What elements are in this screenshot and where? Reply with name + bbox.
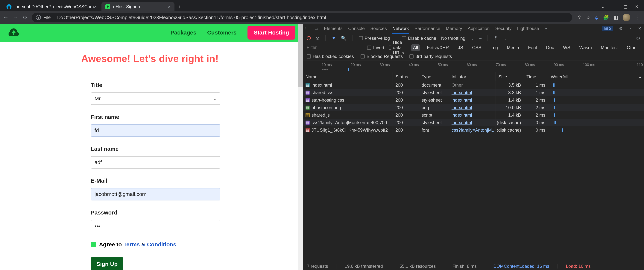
- close-icon[interactable]: ✕: [168, 5, 171, 9]
- filter-pill-manifest[interactable]: Manifest: [598, 44, 620, 51]
- col-initiator[interactable]: Initiator: [449, 72, 496, 81]
- menu-icon[interactable]: ⋮: [628, 26, 632, 31]
- search-icon[interactable]: 🔍: [341, 36, 346, 41]
- cell-initiator[interactable]: index.html: [449, 104, 496, 111]
- devtools-tab-lighthouse[interactable]: Lighthouse: [517, 26, 539, 31]
- gear-icon[interactable]: ⚙: [619, 26, 623, 31]
- cell-initiator[interactable]: index.html: [449, 119, 496, 126]
- blocked-requests-checkbox[interactable]: Blocked Requests: [360, 54, 403, 59]
- network-row[interactable]: ▤css?family=Anton|Montserrat:400,700200s…: [303, 119, 644, 126]
- network-row[interactable]: ▤shared.js200scriptindex.html1.4 kB2 ms: [303, 111, 644, 119]
- col-status[interactable]: Status: [393, 72, 419, 81]
- close-devtools-icon[interactable]: ✕: [638, 26, 642, 31]
- cell-initiator[interactable]: index.html: [449, 111, 496, 119]
- devtools-tab-memory[interactable]: Memory: [446, 26, 462, 31]
- col-name[interactable]: Name: [303, 72, 393, 81]
- col-size[interactable]: Size: [496, 72, 524, 81]
- input-email[interactable]: jacobmott@gmail.com: [91, 188, 220, 200]
- extension-icon[interactable]: ⬙: [595, 15, 598, 21]
- cell-initiator[interactable]: css?family=Anton|M...: [449, 126, 496, 134]
- new-tab-button[interactable]: ＋: [175, 2, 184, 11]
- back-button[interactable]: ←: [2, 14, 9, 21]
- network-row[interactable]: ▤uhost-icon.png200pngindex.html10.0 kB2 …: [303, 104, 644, 111]
- cell-initiator[interactable]: index.html: [449, 96, 496, 104]
- signup-button[interactable]: Sign Up: [91, 257, 123, 270]
- site-logo[interactable]: [8, 27, 20, 39]
- filter-pill-img[interactable]: Img: [488, 44, 500, 51]
- preserve-log-checkbox[interactable]: Preserve log: [359, 36, 390, 41]
- record-button[interactable]: [307, 36, 311, 40]
- disable-cache-checkbox[interactable]: Disable cache: [402, 36, 436, 41]
- maximize-icon[interactable]: ▢: [624, 4, 628, 9]
- filter-pill-css[interactable]: CSS: [470, 44, 484, 51]
- nav-cta-start-hosting[interactable]: Start Hosting: [248, 26, 296, 40]
- third-party-checkbox[interactable]: 3rd-party requests: [410, 54, 452, 59]
- nav-link-customers[interactable]: Customers: [207, 30, 237, 36]
- blocked-cookies-checkbox[interactable]: Has blocked cookies: [307, 54, 354, 59]
- filter-pill-fetchxhr[interactable]: Fetch/XHR: [425, 44, 451, 51]
- invert-checkbox[interactable]: Invert: [367, 45, 384, 50]
- gear-icon[interactable]: ⚙: [636, 36, 640, 41]
- devtools-tab-sources[interactable]: Sources: [370, 26, 387, 31]
- filter-icon[interactable]: ▼: [332, 36, 336, 41]
- devtools-tab-elements[interactable]: Elements: [324, 26, 342, 31]
- site-info-icon[interactable]: i: [36, 15, 41, 20]
- devtools-tab-network[interactable]: Network: [392, 26, 409, 31]
- network-row[interactable]: ▤index.html200documentOther3.5 kB1 ms: [303, 81, 644, 89]
- network-row[interactable]: ▤JTUSjIg1_i6t8kCHKm459WIhyw.woff2200font…: [303, 126, 644, 134]
- close-window-icon[interactable]: ✕: [635, 4, 638, 9]
- browser-tab-inactive[interactable]: 🌐 Index of D:\OtherProjects\WebCSSCom ✕: [2, 2, 101, 11]
- share-icon[interactable]: ⇪: [577, 15, 582, 21]
- select-title[interactable]: Mr. ⌄: [91, 92, 220, 105]
- upload-icon[interactable]: ⭱: [494, 36, 498, 41]
- cell-initiator[interactable]: index.html: [449, 89, 496, 96]
- filter-pill-other[interactable]: Other: [624, 44, 640, 51]
- input-last-name[interactable]: adf: [91, 156, 220, 169]
- clear-button[interactable]: ⊘: [316, 36, 320, 41]
- network-timeline[interactable]: 10 ms 20 ms 30 ms 40 ms 50 ms 60 ms 70 m…: [303, 61, 644, 72]
- inspect-icon[interactable]: ⬚: [305, 26, 309, 31]
- col-type[interactable]: Type: [419, 72, 449, 81]
- page-scrollbar[interactable]: ⌄: [298, 24, 303, 270]
- wifi-icon[interactable]: ⏦: [479, 36, 482, 41]
- chevron-right-icon[interactable]: »: [545, 26, 547, 31]
- filter-input[interactable]: [307, 44, 362, 51]
- input-first-name[interactable]: fd: [91, 124, 220, 137]
- chevron-down-icon[interactable]: ⌄: [601, 4, 604, 9]
- filter-pill-wasm[interactable]: Wasm: [577, 44, 594, 51]
- url-input[interactable]: i File | D:/OtherProjects/WebCSSComplete…: [32, 13, 572, 22]
- filter-pill-media[interactable]: Media: [504, 44, 521, 51]
- chevron-down-icon[interactable]: ⌄: [470, 36, 474, 41]
- input-password[interactable]: •••: [91, 220, 220, 232]
- filter-pill-js[interactable]: JS: [456, 44, 466, 51]
- terms-link[interactable]: Terms & Conditions: [123, 241, 176, 247]
- forward-button[interactable]: →: [12, 14, 19, 21]
- minimize-icon[interactable]: —: [612, 4, 616, 9]
- checkbox-agree[interactable]: [91, 242, 96, 247]
- col-time[interactable]: Time: [524, 72, 548, 81]
- filter-pill-doc[interactable]: Doc: [544, 44, 556, 51]
- scroll-down-icon[interactable]: ⌄: [298, 265, 303, 269]
- filter-pill-all[interactable]: All: [411, 44, 420, 51]
- devtools-tab-security[interactable]: Security: [495, 26, 512, 31]
- devtools-tab-console[interactable]: Console: [348, 26, 365, 31]
- scrollbar-thumb[interactable]: [298, 24, 303, 87]
- browser-tab-active[interactable]: uHost Signup ✕: [102, 2, 174, 11]
- extensions-icon[interactable]: 🧩: [603, 15, 609, 21]
- throttling-select[interactable]: No throttling: [441, 36, 465, 41]
- network-row[interactable]: ▤shared.css200stylesheetindex.html3.3 kB…: [303, 89, 644, 96]
- reload-button[interactable]: ⟳: [22, 14, 28, 21]
- nav-link-packages[interactable]: Packages: [170, 30, 196, 36]
- profile-avatar[interactable]: [623, 14, 630, 21]
- devtools-tab-performance[interactable]: Performance: [414, 26, 440, 31]
- col-waterfall[interactable]: Waterfall▴: [548, 72, 644, 81]
- network-row[interactable]: ▤start-hosting.css200stylesheetindex.htm…: [303, 96, 644, 104]
- close-icon[interactable]: ✕: [94, 5, 97, 9]
- devtools-tab-application[interactable]: Application: [468, 26, 490, 31]
- issues-badge[interactable]: ▦ 2: [602, 26, 613, 31]
- bookmark-icon[interactable]: ☆: [586, 15, 590, 21]
- filter-pill-font[interactable]: Font: [526, 44, 539, 51]
- device-toolbar-icon[interactable]: ▭: [314, 26, 318, 31]
- filter-pill-ws[interactable]: WS: [561, 44, 572, 51]
- menu-icon[interactable]: ⋮: [635, 15, 640, 21]
